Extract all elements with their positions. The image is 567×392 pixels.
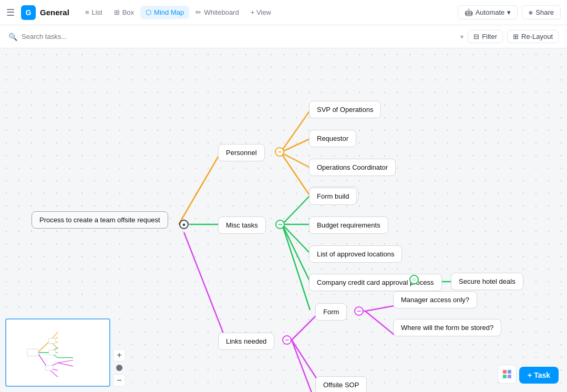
workspace-title: General — [40, 8, 69, 17]
center-node[interactable]: Process to create a team offsite request — [32, 211, 168, 229]
cc-approval-node[interactable]: Company credit card approval process — [309, 274, 442, 291]
svp-label: SVP of Operations — [317, 106, 373, 114]
tab-whiteboard[interactable]: ✏ Whiteboard — [190, 6, 244, 19]
svg-line-4 — [281, 152, 310, 196]
manager-node[interactable]: Manager access only? — [393, 291, 477, 308]
filter-icon: ⊟ — [473, 33, 479, 40]
svg-line-35 — [58, 363, 73, 366]
personnel-connector[interactable]: − — [275, 147, 284, 157]
zoom-controls: + − — [113, 349, 126, 387]
svp-node[interactable]: SVP of Operations — [309, 101, 381, 118]
automate-button[interactable]: 🤖 Automate ▾ — [458, 5, 518, 19]
requestor-node[interactable]: Requestor — [309, 130, 356, 147]
svg-line-9 — [282, 224, 310, 282]
svg-line-2 — [281, 139, 310, 152]
budget-node[interactable]: Budget requirements — [309, 216, 388, 234]
zoom-in-button[interactable]: + — [113, 349, 126, 362]
ops-coord-label: Operations Coordinator — [317, 163, 388, 171]
svg-line-10 — [282, 224, 310, 310]
links-connector[interactable]: − — [282, 335, 292, 345]
tab-mindmap-label: Mind Map — [154, 8, 184, 16]
tab-box-label: Box — [122, 8, 134, 16]
svg-line-20 — [37, 341, 50, 353]
tab-add-view[interactable]: + View — [245, 6, 276, 19]
budget-label: Budget requirements — [317, 221, 380, 229]
search-chevron-icon: ▾ — [460, 33, 463, 40]
relayout-button[interactable]: ⊞ Re-Layout — [507, 30, 559, 43]
svg-line-13 — [184, 232, 226, 340]
tab-whiteboard-label: Whiteboard — [204, 8, 239, 16]
share-button[interactable]: ⎈ Share — [522, 5, 561, 19]
ops-coord-node[interactable]: Operations Coordinator — [309, 159, 396, 176]
header: ☰ G General ≡ List ⊞ Box ⬡ Mind Map ✏ Wh… — [0, 0, 567, 25]
personnel-label: Personnel — [226, 149, 257, 157]
grid-view-button[interactable] — [498, 365, 517, 384]
svg-line-0 — [179, 152, 221, 224]
filter-label: Filter — [482, 33, 497, 40]
zoom-indicator — [116, 365, 122, 371]
misc-connector[interactable]: − — [275, 220, 285, 229]
automate-chevron: ▾ — [507, 8, 511, 16]
hotel-label: Secure hotel deals — [459, 277, 516, 285]
offsite-sop-node[interactable]: Offsite SOP — [315, 376, 367, 392]
automate-label: Automate — [476, 8, 505, 16]
header-actions: 🤖 Automate ▾ ⎈ Share — [458, 5, 561, 19]
whiteboard-icon: ✏ — [195, 8, 201, 16]
svg-line-34 — [58, 360, 73, 363]
mindmap-icon: ⬡ — [146, 8, 151, 16]
task-label: + Task — [528, 371, 550, 379]
center-connector[interactable]: ● — [179, 220, 189, 229]
center-node-label: Process to create a team offsite request — [39, 216, 160, 224]
links-node[interactable]: Links needed — [218, 333, 274, 350]
relayout-label: Re-Layout — [521, 33, 553, 40]
share-label: Share — [535, 8, 554, 16]
relayout-icon: ⊞ — [513, 33, 519, 40]
svg-line-8 — [282, 224, 310, 253]
form-connector[interactable]: − — [354, 306, 364, 316]
form-stored-label: Where will the form be stored? — [401, 324, 493, 332]
svg-rect-38 — [49, 350, 56, 355]
box-icon: ⊞ — [114, 8, 120, 16]
svg-line-3 — [281, 152, 310, 168]
manager-label: Manager access only? — [401, 296, 469, 304]
personnel-node[interactable]: Personnel — [218, 144, 265, 161]
form-build-node[interactable]: Form build — [309, 188, 357, 205]
tab-list-label: List — [91, 8, 102, 16]
mindmap-canvas: Process to create a team offsite request… — [0, 48, 567, 392]
hotel-node[interactable]: Secure hotel deals — [451, 273, 523, 290]
zoom-out-button[interactable]: − — [113, 374, 126, 387]
misc-node[interactable]: Misc tasks — [218, 216, 266, 234]
form-label: Form — [323, 308, 339, 316]
menu-icon[interactable]: ☰ — [6, 7, 15, 18]
automate-icon: 🤖 — [465, 8, 473, 16]
search-bar: 🔍 ▾ ⊟ Filter ⊞ Re-Layout — [0, 25, 567, 48]
app-logo: G — [21, 5, 36, 20]
links-label: Links needed — [226, 337, 266, 345]
approved-loc-node[interactable]: List of approved locations — [309, 245, 402, 263]
offsite-sop-label: Offsite SOP — [323, 381, 359, 389]
tab-mindmap[interactable]: ⬡ Mind Map — [140, 6, 189, 19]
svg-line-18 — [365, 306, 394, 311]
approved-loc-label: List of approved locations — [317, 250, 394, 258]
svg-rect-37 — [49, 338, 56, 344]
svg-rect-39 — [46, 365, 53, 370]
approved-loc-connector[interactable]: ○ — [409, 275, 419, 284]
list-icon: ≡ — [85, 8, 89, 16]
minimap — [5, 318, 110, 387]
add-task-button[interactable]: + Task — [519, 367, 559, 384]
search-input[interactable] — [22, 33, 456, 40]
tab-list[interactable]: ≡ List — [80, 6, 108, 19]
tab-addview-label: + View — [251, 8, 271, 16]
svg-rect-36 — [27, 349, 38, 356]
svg-line-19 — [365, 311, 394, 335]
form-build-label: Form build — [317, 192, 349, 200]
share-icon: ⎈ — [529, 8, 533, 16]
form-stored-node[interactable]: Where will the form be stored? — [393, 319, 501, 336]
form-node[interactable]: Form — [315, 303, 347, 321]
svg-line-1 — [281, 110, 310, 152]
search-right-actions: ⊟ Filter ⊞ Re-Layout — [468, 30, 559, 43]
minimap-inner — [6, 319, 109, 386]
filter-button[interactable]: ⊟ Filter — [468, 30, 503, 43]
minimap-svg — [6, 319, 109, 386]
tab-box[interactable]: ⊞ Box — [109, 6, 139, 19]
